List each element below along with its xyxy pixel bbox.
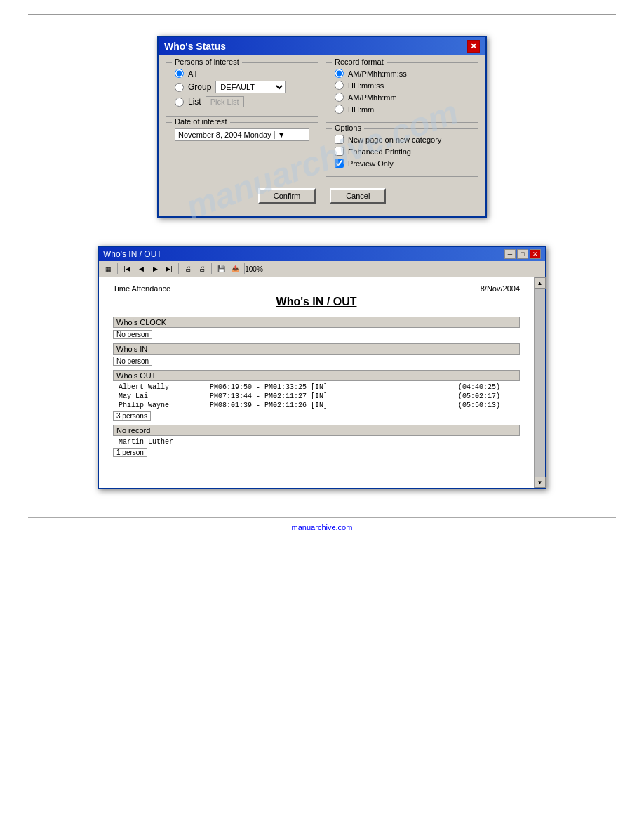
scroll-track[interactable]: [535, 289, 545, 477]
opt-preview-checkbox[interactable]: [335, 159, 344, 168]
date-group-label: Date of interest: [172, 117, 230, 126]
section-in-header: Who's IN: [113, 343, 520, 355]
section-out-header: Who's OUT: [113, 370, 520, 381]
dialog1-titlebar: Who's Status ✕: [159, 37, 485, 55]
date-dropdown[interactable]: November 8, 2004 Monday ▼: [175, 128, 309, 141]
radio-list-row: List Pick List: [175, 96, 309, 107]
opt-new-page-label: New page on new category: [348, 135, 441, 144]
radio-group-input[interactable]: [175, 83, 184, 92]
dialog1-main-row: Persons of interest All Group DEFAULT: [166, 62, 478, 183]
group-dropdown[interactable]: DEFAULT: [215, 81, 286, 93]
rf-ampm-hhmmss-input[interactable]: [335, 69, 344, 78]
opt-new-page-checkbox[interactable]: [335, 135, 344, 144]
table-row: May Lai PM07:13:44 - PM02:11:27 [IN] (05…: [113, 392, 520, 401]
record-format-label: Record format: [332, 58, 387, 66]
scrollbar[interactable]: ▲ ▼: [534, 277, 545, 488]
no-record-person-name: Martin Luther: [119, 438, 173, 446]
radio-group-label: Group: [188, 82, 211, 92]
radio-list-label: List: [188, 97, 201, 107]
toolbar-sep1: [117, 263, 118, 274]
page-container: manuarchive.com Who's Status ✕ Persons o…: [0, 0, 644, 834]
cancel-button[interactable]: Cancel: [330, 188, 386, 204]
person-time: PM06:19:50 - PM01:33:25 [IN]: [210, 383, 451, 391]
dialog1-close-button[interactable]: ✕: [467, 40, 480, 53]
in-badge-container: No person: [113, 356, 520, 370]
confirm-button[interactable]: Confirm: [258, 188, 316, 204]
persons-group: Persons of interest All Group DEFAULT: [166, 62, 318, 117]
report-header: Time Attendance 8/Nov/2004: [113, 284, 520, 293]
toolbar-print2-btn[interactable]: 🖨: [196, 263, 208, 275]
radio-group-row: Group DEFAULT: [175, 81, 309, 93]
opt-enhanced-label: Enhanced Printing: [348, 147, 411, 156]
toolbar-next-btn[interactable]: ▶: [149, 263, 161, 275]
record-format-group: Record format AM/PMhh:mm:ss HH:mm:ss: [326, 62, 478, 123]
toolbar-grid-btn[interactable]: ▦: [102, 263, 114, 275]
persons-group-label: Persons of interest: [172, 58, 242, 66]
bottom-rule: manuarchive.com: [28, 517, 616, 532]
rf-ampm-hhmmss-label: AM/PMhh:mm:ss: [348, 70, 407, 78]
radio-list-input[interactable]: [175, 98, 184, 107]
toolbar-zoom-btn[interactable]: 100%: [248, 263, 260, 275]
opt-preview-label: Preview Only: [348, 159, 394, 168]
person-name: May Lai: [119, 392, 203, 400]
dialog2-titlebar: Who's IN / OUT ─ □ ✕: [99, 247, 545, 261]
person-duration: (04:40:25): [458, 383, 514, 391]
maximize-button[interactable]: □: [517, 249, 528, 259]
opt-new-page-row: New page on new category: [335, 135, 469, 144]
toolbar-sep2: [178, 263, 179, 274]
person-name: Albert Wally: [119, 383, 203, 391]
date-arrow-icon[interactable]: ▼: [274, 131, 286, 139]
minimize-button[interactable]: ─: [504, 249, 516, 259]
toolbar-prev-btn[interactable]: ◀: [135, 263, 147, 275]
opt-enhanced-row: Enhanced Printing: [335, 147, 469, 156]
pick-list-button[interactable]: Pick List: [206, 96, 244, 107]
opt-enhanced-checkbox[interactable]: [335, 147, 344, 156]
left-panel: Persons of interest All Group DEFAULT: [166, 62, 318, 183]
rf-hhmmss-label: HH:mm:ss: [348, 81, 384, 90]
toolbar-save-btn[interactable]: 💾: [215, 263, 227, 275]
dialog2-close-button[interactable]: ✕: [530, 249, 541, 259]
table-row: Philip Wayne PM08:01:39 - PM02:11:26 [IN…: [113, 401, 520, 410]
bottom-link[interactable]: manuarchive.com: [292, 523, 353, 531]
report-title: Who's IN / OUT: [113, 296, 520, 308]
date-group: Date of interest November 8, 2004 Monday…: [166, 122, 318, 147]
person-time: PM07:13:44 - PM02:11:27 [IN]: [210, 392, 451, 400]
dialog2-title: Who's IN / OUT: [103, 249, 162, 259]
top-rule: [28, 14, 616, 15]
out-persons-list: Albert Wally PM06:19:50 - PM01:33:25 [IN…: [113, 383, 520, 410]
rf-hhmm-row: HH:mm: [335, 105, 469, 114]
toolbar: ▦ |◀ ◀ ▶ ▶| 🖨 🖨 💾 📤 100%: [99, 261, 545, 277]
no-record-count-container: 1 person: [113, 446, 520, 461]
scroll-down-btn[interactable]: ▼: [535, 477, 546, 488]
dialog1-title: Who's Status: [164, 41, 226, 52]
opt-preview-row: Preview Only: [335, 159, 469, 168]
rf-hhmmss-input[interactable]: [335, 81, 344, 90]
no-record-count-badge: 1 person: [113, 448, 147, 457]
toolbar-print-btn[interactable]: 🖨: [182, 263, 194, 275]
dialog1-body: Persons of interest All Group DEFAULT: [159, 55, 485, 216]
window-controls: ─ □ ✕: [504, 249, 541, 259]
whos-inout-window: Who's IN / OUT ─ □ ✕ ▦ |◀ ◀ ▶ ▶| 🖨 🖨: [98, 246, 546, 489]
toolbar-sep3: [211, 263, 212, 274]
scroll-up-btn[interactable]: ▲: [535, 277, 546, 289]
in-no-person-badge: No person: [113, 357, 152, 366]
toolbar-last-btn[interactable]: ▶|: [163, 263, 175, 275]
rf-ampm-hhmm-input[interactable]: [335, 93, 344, 102]
radio-all-label: All: [188, 70, 196, 78]
time-attendance-label: Time Attendance: [113, 284, 170, 293]
rf-ampm-hhmm-label: AM/PMhh:mm: [348, 93, 397, 102]
rf-hhmm-input[interactable]: [335, 105, 344, 114]
toolbar-export-btn[interactable]: 📤: [229, 263, 241, 275]
options-group: Options New page on new category Enhance…: [326, 128, 478, 177]
rf-hhmmss-row: HH:mm:ss: [335, 81, 469, 90]
table-row: Albert Wally PM06:19:50 - PM01:33:25 [IN…: [113, 383, 520, 392]
out-count-badge: 3 persons: [113, 411, 151, 421]
toolbar-first-btn[interactable]: |◀: [121, 263, 133, 275]
date-value: November 8, 2004 Monday: [178, 131, 271, 139]
clock-no-person-badge: No person: [113, 330, 152, 339]
person-duration: (05:50:13): [458, 402, 514, 409]
radio-all-input[interactable]: [175, 69, 184, 78]
window-content-area: Time Attendance 8/Nov/2004 Who's IN / OU…: [99, 277, 545, 488]
rf-ampm-hhmmss-row: AM/PMhh:mm:ss: [335, 69, 469, 78]
person-name: Philip Wayne: [119, 402, 203, 409]
